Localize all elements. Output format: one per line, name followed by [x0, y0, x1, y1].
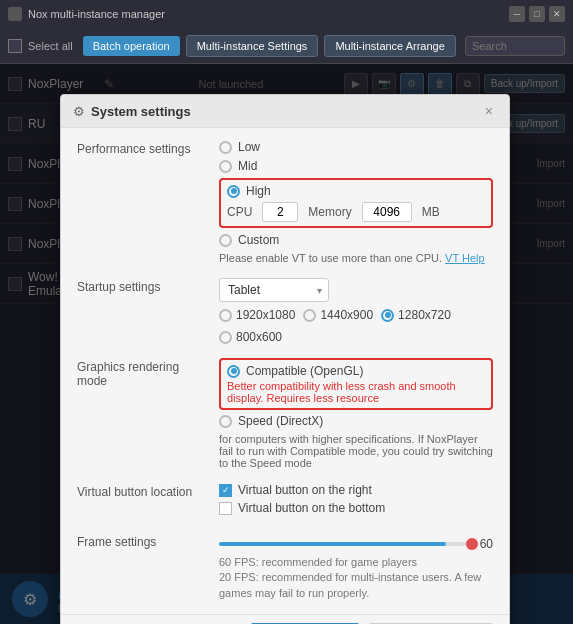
select-all-checkbox[interactable] [8, 39, 22, 53]
graphics-speed-radio[interactable] [219, 415, 232, 428]
graphics-setting-row: Graphics rendering mode Compatible (Open… [77, 358, 493, 469]
memory-input[interactable] [362, 202, 412, 222]
cpu-mem-row: CPU Memory MB [227, 202, 485, 222]
virtual-button-content: Virtual button on the right Virtual butt… [219, 483, 493, 519]
memory-unit: MB [422, 205, 440, 219]
select-all-label: Select all [28, 40, 73, 52]
system-settings-modal: ⚙ System settings × Performance settings… [60, 94, 510, 624]
perf-low-radio[interactable] [219, 141, 232, 154]
perf-low-option[interactable]: Low [219, 140, 493, 154]
graphics-speed-label: Speed (DirectX) [238, 414, 323, 428]
perf-low-label: Low [238, 140, 260, 154]
frame-slider-track[interactable] [219, 542, 472, 546]
res-1440-option[interactable]: 1440x900 [303, 308, 373, 322]
frame-notes-1: 60 FPS: recommended for game players 20 … [219, 555, 493, 601]
cpu-input[interactable] [262, 202, 298, 222]
modal-footer: Save settings Restore to default [61, 614, 509, 624]
performance-content: Low Mid High CPU [219, 140, 493, 264]
perf-custom-radio[interactable] [219, 234, 232, 247]
perf-mid-label: Mid [238, 159, 257, 173]
res-800-label: 800x600 [236, 330, 282, 344]
graphics-content: Compatible (OpenGL) Better compatibility… [219, 358, 493, 469]
vb-right-option[interactable]: Virtual button on the right [219, 483, 493, 497]
graphics-compatible-label: Compatible (OpenGL) [246, 364, 363, 378]
graphics-compatible-option[interactable]: Compatible (OpenGL) [227, 364, 485, 378]
toolbar: Select all Batch operation Multi-instanc… [0, 28, 573, 64]
perf-custom-option[interactable]: Custom [219, 233, 493, 247]
startup-label: Startup settings [77, 278, 207, 344]
frame-label: Frame settings [77, 533, 207, 601]
multi-instance-settings-button[interactable]: Multi-instance Settings [186, 35, 319, 57]
frame-content: 60 60 FPS: recommended for game players … [219, 533, 493, 601]
title-bar: Nox multi-instance manager ─ □ ✕ [0, 0, 573, 28]
perf-custom-label: Custom [238, 233, 279, 247]
frame-value: 60 [480, 537, 493, 551]
performance-setting-row: Performance settings Low Mid Hig [77, 140, 493, 264]
perf-high-label: High [246, 184, 271, 198]
perf-mid-radio[interactable] [219, 160, 232, 173]
vb-right-checkbox[interactable] [219, 484, 232, 497]
startup-content: Tablet ▾ 1920x1080 1440x900 [219, 278, 493, 344]
perf-high-option[interactable]: High [227, 184, 485, 198]
res-1280-radio[interactable] [381, 309, 394, 322]
virtual-button-setting-row: Virtual button location Virtual button o… [77, 483, 493, 519]
minimize-button[interactable]: ─ [509, 6, 525, 22]
batch-operation-button[interactable]: Batch operation [83, 36, 180, 56]
close-window-button[interactable]: ✕ [549, 6, 565, 22]
graphics-compatible-radio[interactable] [227, 365, 240, 378]
vb-bottom-option[interactable]: Virtual button on the bottom [219, 501, 493, 515]
perf-high-box: High CPU Memory MB [219, 178, 493, 228]
vt-desc: Please enable VT to use more than one CP… [219, 252, 442, 264]
res-1920-option[interactable]: 1920x1080 [219, 308, 295, 322]
cpu-label: CPU [227, 205, 252, 219]
search-input[interactable] [465, 36, 565, 56]
dropdown-arrow-icon: ▾ [317, 285, 322, 296]
frame-setting-row: Frame settings 60 60 FPS: recommended fo… [77, 533, 493, 601]
maximize-button[interactable]: □ [529, 6, 545, 22]
res-1280-label: 1280x720 [398, 308, 451, 322]
vt-help-link[interactable]: VT Help [445, 252, 485, 264]
startup-dropdown[interactable]: Tablet ▾ [219, 278, 329, 302]
startup-setting-row: Startup settings Tablet ▾ 1920x1080 1 [77, 278, 493, 344]
modal-header: ⚙ System settings × [61, 95, 509, 128]
app-icon [8, 7, 22, 21]
multi-instance-arrange-button[interactable]: Multi-instance Arrange [324, 35, 455, 57]
settings-icon: ⚙ [73, 104, 85, 119]
graphics-compatible-box: Compatible (OpenGL) Better compatibility… [219, 358, 493, 410]
graphics-compatible-desc: Better compatibility with less crash and… [227, 380, 485, 404]
frame-slider-thumb[interactable] [466, 538, 478, 550]
res-800-radio[interactable] [219, 331, 232, 344]
window-title: Nox multi-instance manager [28, 8, 503, 20]
res-1920-label: 1920x1080 [236, 308, 295, 322]
modal-body: Performance settings Low Mid Hig [61, 128, 509, 608]
res-1440-label: 1440x900 [320, 308, 373, 322]
res-1920-radio[interactable] [219, 309, 232, 322]
vt-text: Please enable VT to use more than one CP… [219, 252, 493, 264]
vb-right-label: Virtual button on the right [238, 483, 372, 497]
virtual-button-label: Virtual button location [77, 483, 207, 519]
vb-bottom-checkbox[interactable] [219, 502, 232, 515]
perf-high-radio[interactable] [227, 185, 240, 198]
startup-selected: Tablet [228, 283, 260, 297]
res-800-option[interactable]: 800x600 [219, 330, 282, 344]
window-controls: ─ □ ✕ [509, 6, 565, 22]
performance-label: Performance settings [77, 140, 207, 264]
res-1440-radio[interactable] [303, 309, 316, 322]
memory-label: Memory [308, 205, 351, 219]
graphics-speed-option[interactable]: Speed (DirectX) [219, 414, 493, 428]
resolution-group: 1920x1080 1440x900 1280x720 800x600 [219, 308, 493, 344]
vb-bottom-label: Virtual button on the bottom [238, 501, 385, 515]
main-content: NoxPlayer ✎ Not launched ▶ 📷 ⚙ 🗑 ⧉ Back … [0, 64, 573, 624]
graphics-speed-desc: for computers with higher specifications… [219, 433, 493, 469]
perf-mid-option[interactable]: Mid [219, 159, 493, 173]
frame-slider-row: 60 [219, 537, 493, 551]
modal-close-button[interactable]: × [481, 103, 497, 119]
res-1280-option[interactable]: 1280x720 [381, 308, 451, 322]
modal-title: System settings [91, 104, 475, 119]
frame-note-2: 20 FPS: recommended for multi-instance u… [219, 570, 493, 601]
graphics-label: Graphics rendering mode [77, 358, 207, 469]
frame-note-1: 60 FPS: recommended for game players [219, 555, 493, 570]
frame-slider-fill [219, 542, 446, 546]
